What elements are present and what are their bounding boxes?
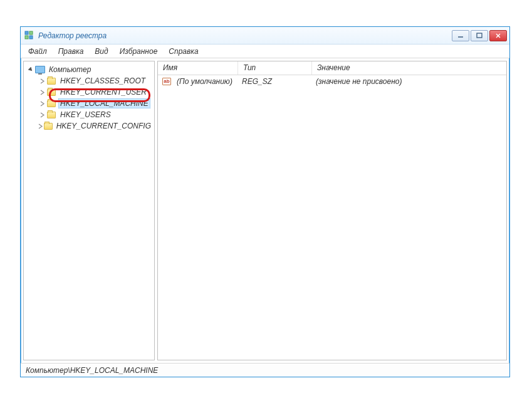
expander-icon[interactable] [38, 99, 46, 108]
regedit-icon [24, 31, 34, 41]
window-title: Редактор реестра [38, 31, 452, 40]
values-list[interactable]: ab (По умолчанию) REG_SZ (значение не пр… [158, 75, 506, 360]
minimize-button[interactable] [452, 30, 469, 41]
menu-edit[interactable]: Правка [53, 46, 89, 57]
tree-node-label: HKEY_CLASSES_ROOT [58, 76, 147, 86]
menu-view[interactable]: Вид [90, 46, 113, 57]
string-value-icon: ab [162, 77, 172, 86]
menu-favorites[interactable]: Избранное [115, 46, 163, 57]
svg-rect-0 [25, 31, 28, 34]
registry-tree[interactable]: Компьютер HKEY_CLASSES_ROOT HKEY_CURRENT… [24, 61, 154, 134]
menubar: Файл Правка Вид Избранное Справка [21, 45, 509, 58]
tree-node-hkcu[interactable]: HKEY_CURRENT_USER [25, 86, 153, 98]
tree-node-hklm[interactable]: HKEY_LOCAL_MACHINE [25, 98, 153, 109]
computer-icon [35, 65, 45, 74]
values-panel: Имя Тип Значение ab (По умолчанию) REG_S… [157, 61, 507, 360]
expander-icon[interactable] [38, 88, 46, 97]
value-data: (значение не присвоено) [313, 77, 506, 86]
tree-node-label: HKEY_USERS [58, 110, 113, 120]
folder-icon [46, 76, 56, 85]
window-frame: Редактор реестра Файл Правка Вид Избранн… [20, 26, 510, 377]
tree-root-computer[interactable]: Компьютер [25, 64, 153, 75]
column-header-row: Имя Тип Значение [158, 61, 506, 75]
expander-open-icon[interactable] [26, 65, 35, 74]
svg-rect-5 [477, 33, 482, 38]
expander-icon[interactable] [38, 122, 44, 130]
value-name: (По умолчанию) [174, 77, 239, 86]
folder-icon [46, 88, 56, 97]
svg-rect-1 [29, 31, 33, 34]
tree-root-label: Компьютер [47, 65, 93, 75]
tree-panel: Компьютер HKEY_CLASSES_ROOT HKEY_CURRENT… [23, 61, 155, 360]
tree-node-label: HKEY_CURRENT_USER [58, 87, 149, 97]
column-header-name[interactable]: Имя [158, 61, 238, 75]
value-row[interactable]: ab (По умолчанию) REG_SZ (значение не пр… [158, 75, 506, 88]
folder-icon [46, 99, 56, 108]
folder-icon [44, 122, 53, 130]
close-button[interactable] [489, 30, 507, 41]
svg-rect-2 [25, 36, 28, 39]
expander-icon[interactable] [38, 110, 46, 119]
menu-file[interactable]: Файл [23, 46, 52, 57]
tree-node-hkcr[interactable]: HKEY_CLASSES_ROOT [25, 75, 153, 86]
statusbar: Компьютер\HKEY_LOCAL_MACHINE [21, 363, 509, 377]
value-type: REG_SZ [239, 77, 313, 86]
column-header-type[interactable]: Тип [238, 61, 312, 75]
column-header-value[interactable]: Значение [312, 61, 506, 75]
tree-node-label: HKEY_CURRENT_CONFIG [55, 121, 153, 131]
statusbar-path: Компьютер\HKEY_LOCAL_MACHINE [26, 366, 158, 375]
svg-rect-3 [29, 36, 33, 39]
maximize-button[interactable] [471, 30, 488, 41]
tree-node-hku[interactable]: HKEY_USERS [25, 109, 153, 120]
menu-help[interactable]: Справка [164, 46, 203, 57]
expander-icon[interactable] [38, 76, 46, 85]
tree-node-label: HKEY_LOCAL_MACHINE [58, 98, 150, 108]
window-controls [452, 30, 507, 41]
content-area: Компьютер HKEY_CLASSES_ROOT HKEY_CURRENT… [21, 58, 509, 363]
folder-icon [46, 110, 56, 119]
titlebar[interactable]: Редактор реестра [21, 27, 509, 45]
tree-node-hkcc[interactable]: HKEY_CURRENT_CONFIG [25, 120, 153, 132]
